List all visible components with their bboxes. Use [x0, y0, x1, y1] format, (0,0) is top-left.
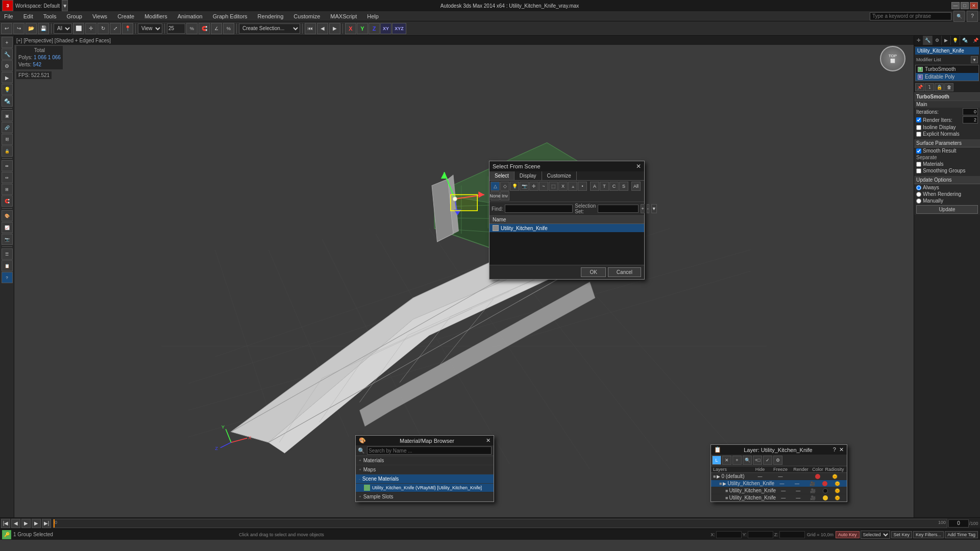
mat-browser-title[interactable]: 🎨 Material/Map Browser ✕ [356, 436, 494, 445]
anim-prev-frame[interactable]: ⏮ [305, 23, 316, 34]
filter-shapes[interactable]: ◇ [500, 182, 509, 191]
create-selection[interactable]: Create Selection... [239, 23, 300, 34]
redo-button[interactable]: ↪ [13, 23, 24, 34]
list-item[interactable]: Utility_Kitchen_Knife [489, 224, 644, 232]
lt-curve-editor[interactable]: 📈 [2, 222, 13, 233]
panel-tab-modify[interactable]: 🔧 [923, 36, 933, 45]
explicit-normals-check[interactable] [916, 132, 921, 137]
undo-button[interactable]: ↩ [1, 23, 12, 34]
menu-customize[interactable]: Customize [291, 13, 322, 19]
lp-options[interactable]: ⚙ [773, 456, 782, 465]
xy-plane-btn[interactable]: XY [380, 23, 391, 34]
pin-stack[interactable]: 📌 [915, 83, 924, 91]
filter-select[interactable]: All [54, 23, 72, 34]
cancel-button[interactable]: Cancel [608, 267, 641, 277]
lt-modify[interactable]: 🔧 [2, 48, 13, 60]
menu-help[interactable]: Help [365, 13, 381, 19]
sel-set-add[interactable]: + [641, 204, 644, 213]
lt-array[interactable]: ⊞ [2, 184, 13, 195]
lt-unlink[interactable]: ⛓ [2, 134, 13, 145]
help-icon[interactable]: ? [967, 11, 978, 22]
lt-help[interactable]: ? [2, 272, 13, 283]
close-button[interactable]: ✕ [970, 2, 978, 9]
menu-rendering[interactable]: Rendering [256, 13, 286, 19]
search-input[interactable] [870, 12, 951, 20]
menu-create[interactable]: Create [115, 13, 136, 19]
modifier-config[interactable]: ▼ [971, 56, 978, 63]
layer-row[interactable]: ■ Utility_Kitchen_Knife — — 🎥 🌞 [711, 487, 847, 494]
lp-add-sel[interactable]: +□ [753, 456, 762, 465]
lt-select[interactable]: ▣ [2, 110, 13, 121]
modifier-turbosmoooth[interactable]: T TurboSmooth [916, 65, 978, 73]
open-button[interactable]: 📂 [26, 23, 37, 34]
lt-selection-sets[interactable]: ☰ [2, 248, 13, 260]
sel-set-sub[interactable]: - [647, 204, 649, 213]
layer-panel-title[interactable]: 📋 Layer: Utility_Kitchen_Knife ? ✕ [711, 445, 847, 455]
materials-check[interactable] [916, 162, 921, 167]
timeline-goto-end[interactable]: ▶| [42, 519, 51, 528]
lp-select-objects[interactable]: 🔍 [743, 456, 752, 465]
add-time-tag-button[interactable]: Add Time Tag [945, 531, 978, 538]
viewport[interactable]: [+] [Perspective] [Shaded + Edged Faces]… [14, 36, 914, 517]
sel-invert[interactable]: Inv [500, 191, 509, 201]
dialog-close-button[interactable]: ✕ [636, 163, 641, 170]
filter-particles[interactable]: • [578, 182, 587, 191]
selection-set-input[interactable] [598, 205, 639, 213]
panel-tab-hierarchy[interactable]: ⚙ [933, 36, 942, 45]
menu-animation[interactable]: Animation [176, 13, 205, 19]
select-btn[interactable]: ⬜ [73, 23, 84, 34]
filter-groups[interactable]: ⬚ [549, 182, 558, 191]
anim-play[interactable]: ▶ [329, 23, 340, 34]
save-button[interactable]: 💾 [38, 23, 49, 34]
x-axis-btn[interactable]: X [345, 23, 356, 34]
show-end[interactable]: ⤵ [925, 83, 934, 91]
y-coord-input[interactable] [748, 531, 773, 538]
section-scene-materials[interactable]: - Scene Materials [356, 474, 494, 484]
tab-select[interactable]: Select [489, 171, 514, 180]
always-radio[interactable] [916, 185, 921, 190]
timeline-bar[interactable]: 0 100 [53, 519, 947, 528]
nav-cube[interactable]: TOP⬜ [880, 46, 910, 76]
sort-color[interactable]: C [609, 182, 619, 191]
scale-btn[interactable]: ⤢ [110, 23, 121, 34]
update-button[interactable]: Update [916, 205, 978, 214]
rotate-btn[interactable]: ↻ [97, 23, 109, 34]
x-coord-input[interactable] [716, 531, 742, 538]
panel-pin[interactable]: 📌 [971, 36, 980, 45]
anim-prev-key[interactable]: ◀ [317, 23, 328, 34]
minimize-button[interactable]: — [951, 2, 960, 9]
timeline-prev-frame[interactable]: ◀ [11, 519, 20, 528]
lt-mirror[interactable]: ⇔ [2, 172, 13, 183]
set-key-button[interactable]: Set Key [891, 531, 913, 538]
snap-toggle[interactable]: 🧲 [199, 23, 210, 34]
iterations-input[interactable] [963, 108, 978, 115]
lt-named-sel[interactable]: 📋 [2, 260, 13, 271]
auto-key-button[interactable]: Auto Key [836, 531, 860, 538]
mat-close-button[interactable]: ✕ [486, 437, 491, 444]
workspace-dropdown[interactable]: ▼ [62, 0, 68, 11]
find-input[interactable] [505, 205, 573, 213]
menu-graph-editors[interactable]: Graph Editors [211, 13, 250, 19]
selected-dropdown[interactable]: Selected [861, 531, 890, 539]
mat-item[interactable]: Utility_Kitchen_Knife (VRayMtl) [Utility… [356, 484, 494, 492]
view-select[interactable]: View [138, 23, 162, 34]
layer-row[interactable]: ■ ▶ 0 (default) — — 🌞 [711, 473, 847, 480]
sort-type[interactable]: T [600, 182, 609, 191]
menu-file[interactable]: File [2, 13, 15, 19]
tab-customize[interactable]: Customize [542, 171, 577, 180]
lt-utilities[interactable]: 🔩 [2, 95, 13, 107]
layer-close-button[interactable]: ✕ [839, 446, 844, 453]
smoothing-groups-check[interactable] [916, 168, 921, 173]
render-iters-input[interactable] [963, 116, 978, 123]
remove-modifier[interactable]: 🗑 [944, 83, 953, 91]
make-unique[interactable]: 🔒 [935, 83, 944, 91]
lt-link[interactable]: 🔗 [2, 122, 13, 133]
move-btn[interactable]: ✛ [85, 23, 96, 34]
smooth-result-check[interactable] [916, 148, 921, 154]
filter-cameras[interactable]: 📷 [520, 182, 529, 191]
lt-bind[interactable]: 🔒 [2, 145, 13, 157]
sel-all[interactable]: All [631, 182, 641, 191]
layer-row[interactable]: ■ Utility_Kitchen_Knife — — 🎥 🌞 [711, 494, 847, 502]
layer-expand[interactable]: ▶ [717, 474, 720, 479]
filter-geometry[interactable]: △ [491, 182, 500, 191]
